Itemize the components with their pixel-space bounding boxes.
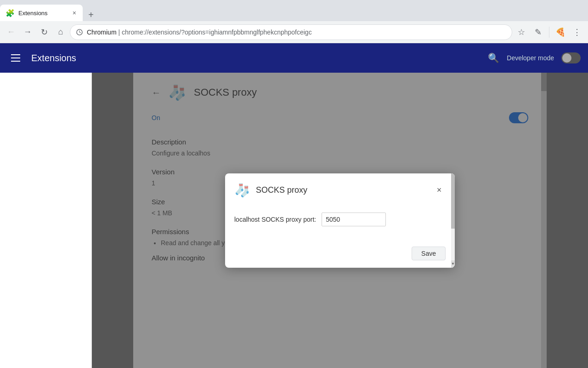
active-tab[interactable]: 🧩 Extensions × bbox=[0, 5, 83, 21]
back-button[interactable]: ← bbox=[4, 25, 18, 40]
dialog-title: SOCKS proxy bbox=[256, 185, 427, 195]
dialog-footer: Save bbox=[225, 247, 455, 268]
save-button[interactable]: Save bbox=[412, 247, 446, 260]
address-bar[interactable]: Chromium | chrome://extensions/?options=… bbox=[70, 24, 512, 40]
browser-toolbar: ← → ↻ ⌂ Chromium | chrome://extensions/?… bbox=[0, 21, 588, 43]
port-input[interactable] bbox=[322, 213, 386, 226]
search-button[interactable]: 🔍 bbox=[488, 52, 499, 63]
address-path: chrome://extensions/?options=ighiamnfpbb… bbox=[122, 29, 312, 36]
hamburger-line-1 bbox=[11, 54, 20, 55]
extensions-header: Extensions 🔍 Developer mode bbox=[0, 43, 588, 73]
toolbar-separator bbox=[549, 27, 549, 38]
dialog-sock-icon: 🧦 bbox=[234, 183, 250, 198]
dialog-close-button[interactable]: × bbox=[433, 184, 446, 196]
tab-title: Extensions bbox=[18, 10, 68, 17]
refresh-button[interactable]: ↻ bbox=[37, 25, 51, 40]
forward-button[interactable]: → bbox=[20, 25, 35, 40]
pizza-button[interactable]: 🍕 bbox=[553, 25, 568, 40]
dialog-scrollbar-thumb bbox=[451, 173, 455, 229]
bookmark-button[interactable]: ☆ bbox=[514, 25, 529, 40]
extensions-title: Extensions bbox=[31, 53, 76, 63]
hamburger-menu-button[interactable] bbox=[7, 51, 24, 65]
menu-button[interactable]: ⋮ bbox=[570, 25, 584, 40]
header-right-controls: 🔍 Developer mode bbox=[488, 52, 581, 63]
home-button[interactable]: ⌂ bbox=[53, 25, 68, 40]
socks-proxy-dialog: 🧦 SOCKS proxy × localhost SOCKS proxy po… bbox=[225, 173, 455, 268]
new-tab-button[interactable]: + bbox=[85, 8, 97, 21]
dialog-header: 🧦 SOCKS proxy × bbox=[225, 173, 455, 205]
developer-mode-label: Developer mode bbox=[507, 54, 554, 62]
developer-mode-toggle[interactable] bbox=[561, 52, 581, 63]
tab-bar: 🧩 Extensions × + bbox=[0, 0, 588, 21]
address-domain: Chromium | chrome://extensions/?options=… bbox=[87, 29, 506, 36]
sidebar bbox=[0, 73, 92, 368]
proxy-port-row: localhost SOCKS proxy port: bbox=[234, 213, 446, 226]
hamburger-line-2 bbox=[11, 58, 20, 58]
toolbar-actions: ☆ ✎ 🍕 ⋮ bbox=[514, 25, 584, 40]
extension-pen-button[interactable]: ✎ bbox=[531, 25, 545, 40]
toggle-knob bbox=[562, 53, 571, 63]
content-area: ← 🧦 SOCKS proxy On Description Configure… bbox=[92, 73, 588, 368]
dialog-body: localhost SOCKS proxy port: bbox=[225, 205, 455, 247]
main-content: ← 🧦 SOCKS proxy On Description Configure… bbox=[0, 73, 588, 368]
scrollbar-arrow-down[interactable]: ▼ bbox=[451, 260, 455, 268]
proxy-port-label: localhost SOCKS proxy port: bbox=[234, 216, 316, 223]
tab-extension-icon: 🧩 bbox=[6, 9, 15, 17]
tab-close-button[interactable]: × bbox=[72, 8, 77, 17]
site-security-icon bbox=[76, 29, 83, 36]
hamburger-line-3 bbox=[11, 61, 20, 62]
dialog-overlay: 🧦 SOCKS proxy × localhost SOCKS proxy po… bbox=[92, 73, 588, 368]
dialog-scrollbar[interactable]: ▲ ▼ bbox=[451, 173, 455, 268]
